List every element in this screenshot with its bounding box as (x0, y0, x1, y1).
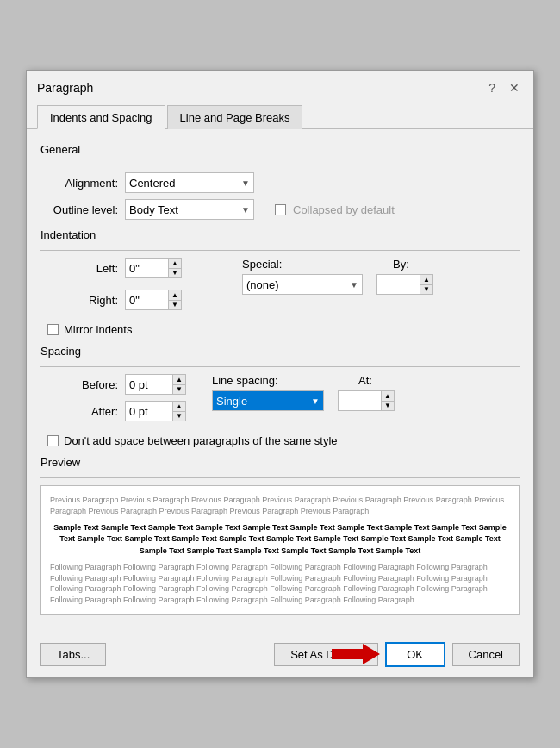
preview-follow-para: Following Paragraph Following Paragraph … (50, 562, 510, 605)
indent-left-row: Left: ▲ ▼ (40, 258, 182, 278)
at-spinner: ▲ ▼ (338, 390, 395, 411)
by-down[interactable]: ▼ (420, 285, 432, 295)
indent-left-down[interactable]: ▼ (169, 269, 181, 278)
indent-right-up[interactable]: ▲ (169, 290, 181, 301)
before-down[interactable]: ▼ (173, 385, 185, 395)
indent-right-down[interactable]: ▼ (169, 301, 181, 310)
indent-right-block: Special: By: (none) ▼ ▲ ▼ (242, 258, 433, 295)
by-label: By: (393, 258, 409, 271)
before-spinner-buttons: ▲ ▼ (172, 374, 186, 395)
after-spinner: ▲ ▼ (125, 401, 186, 421)
by-up[interactable]: ▲ (420, 275, 432, 285)
indentation-section-label: Indentation (40, 228, 520, 241)
alignment-row: Alignment: Centered ▼ (40, 172, 520, 193)
outline-dropdown[interactable]: Body Text ▼ (125, 199, 254, 220)
footer-right: Set As Default OK Cancel (274, 642, 520, 667)
preview-section-label: Preview (40, 456, 520, 469)
help-button[interactable]: ? (485, 79, 499, 97)
indent-right-label: Right: (40, 294, 118, 307)
spacing-section: Spacing Before: ▲ ▼ (40, 345, 520, 447)
mirror-row: Mirror indents (47, 323, 520, 336)
before-input[interactable] (125, 374, 172, 395)
after-input[interactable] (125, 401, 172, 421)
indent-left-input[interactable] (125, 258, 168, 278)
tab-bar: Indents and Spacing Line and Page Breaks (27, 105, 533, 129)
collapsed-label: Collapsed by default (293, 203, 395, 216)
cancel-button[interactable]: Cancel (452, 643, 520, 666)
indentation-section: Indentation Left: ▲ ▼ (40, 228, 520, 336)
dont-add-row: Don't add space between paragraphs of th… (47, 434, 520, 447)
tabs-button[interactable]: Tabs... (40, 643, 106, 666)
title-bar-controls: ? ✕ (485, 79, 523, 97)
at-up[interactable]: ▲ (382, 391, 394, 402)
special-value: (none) (246, 278, 346, 291)
tab-indents-spacing[interactable]: Indents and Spacing (37, 105, 165, 129)
spacing-divider (40, 366, 520, 367)
close-button[interactable]: ✕ (506, 79, 523, 97)
at-spinner-buttons: ▲ ▼ (381, 390, 395, 411)
outline-row: Outline level: Body Text ▼ Collapsed by … (40, 199, 520, 220)
paragraph-dialog: Paragraph ? ✕ Indents and Spacing Line a… (26, 70, 534, 677)
alignment-value: Centered (129, 177, 238, 190)
spacing-cols: Before: ▲ ▼ After: (40, 374, 520, 427)
outline-value: Body Text (129, 203, 238, 216)
before-label: Before: (40, 378, 118, 391)
line-spacing-label: Line spacing: (212, 374, 289, 387)
indent-left-spinner-buttons: ▲ ▼ (168, 258, 182, 278)
mirror-checkbox[interactable] (47, 324, 59, 335)
tab-line-page-breaks[interactable]: Line and Page Breaks (167, 105, 303, 129)
indent-left-up[interactable]: ▲ (169, 259, 181, 269)
indent-left-label: Left: (40, 262, 118, 275)
special-dropdown-arrow: ▼ (346, 280, 358, 290)
before-up[interactable]: ▲ (173, 375, 185, 385)
ok-arrow-wrapper: OK (385, 642, 445, 667)
special-by-header: Special: By: (242, 258, 433, 271)
indent-right-input[interactable] (125, 290, 168, 310)
svg-marker-0 (332, 644, 380, 664)
before-row: Before: ▲ ▼ (40, 374, 186, 395)
special-by-row: (none) ▼ ▲ ▼ (242, 274, 433, 295)
dialog-footer: Tabs... Set As Default OK Cancel (27, 633, 533, 677)
line-spacing-headers: Line spacing: At: (212, 374, 395, 387)
line-spacing-dropdown[interactable]: Single ▼ (212, 390, 324, 411)
preview-section: Preview Previous Paragraph Previous Para… (40, 456, 520, 614)
general-section-label: General (40, 143, 520, 156)
mirror-label: Mirror indents (64, 323, 132, 336)
by-input[interactable] (376, 274, 420, 295)
after-down[interactable]: ▼ (173, 412, 185, 421)
preview-prev-para: Previous Paragraph Previous Paragraph Pr… (50, 495, 510, 516)
alignment-dropdown[interactable]: Centered ▼ (125, 172, 254, 193)
red-arrow-icon (332, 640, 380, 668)
at-down[interactable]: ▼ (382, 402, 394, 411)
spacing-left-block: Before: ▲ ▼ After: (40, 374, 186, 427)
after-row: After: ▲ ▼ (40, 401, 186, 421)
dont-add-label: Don't add space between paragraphs of th… (64, 434, 338, 447)
line-spacing-row: Single ▼ ▲ ▼ (212, 390, 395, 411)
indent-right-spinner-buttons: ▲ ▼ (168, 290, 182, 310)
indent-left-block: Left: ▲ ▼ Right: (40, 258, 182, 316)
preview-sample: Sample Text Sample Text Sample Text Samp… (50, 522, 510, 558)
at-input[interactable] (338, 390, 381, 411)
after-up[interactable]: ▲ (173, 402, 185, 412)
after-label: After: (40, 405, 118, 418)
spacing-right-block: Line spacing: At: Single ▼ ▲ ▼ (212, 374, 395, 411)
special-label: Special: (242, 258, 289, 271)
outline-label: Outline level: (40, 203, 118, 216)
preview-divider (40, 477, 520, 478)
line-spacing-arrow: ▼ (308, 396, 320, 406)
at-label: At: (358, 374, 372, 387)
special-dropdown[interactable]: (none) ▼ (242, 274, 363, 295)
before-spinner: ▲ ▼ (125, 374, 186, 395)
dont-add-checkbox[interactable] (47, 435, 59, 446)
general-divider (40, 165, 520, 165)
collapsed-checkbox[interactable] (275, 204, 286, 215)
line-spacing-value: Single (216, 395, 308, 408)
indentation-divider (40, 250, 520, 251)
indent-cols: Left: ▲ ▼ Right: (40, 258, 520, 316)
after-spinner-buttons: ▲ ▼ (172, 401, 186, 421)
outline-dropdown-arrow: ▼ (238, 205, 250, 215)
dialog-title: Paragraph (37, 81, 93, 95)
spacing-section-label: Spacing (40, 345, 520, 358)
by-spinner: ▲ ▼ (376, 274, 433, 295)
ok-button[interactable]: OK (385, 642, 445, 667)
